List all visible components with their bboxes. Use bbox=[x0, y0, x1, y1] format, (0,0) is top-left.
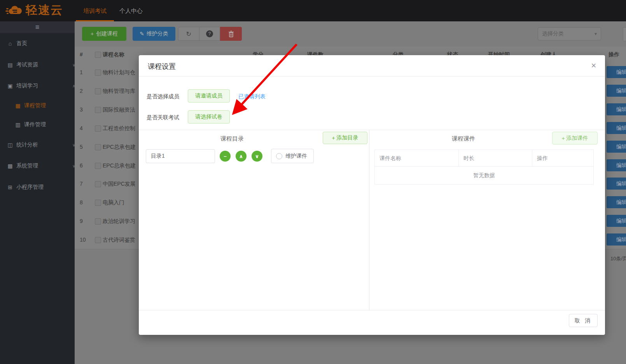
course-name: 古代诗词鉴赏 bbox=[103, 237, 135, 244]
course-name: 物料管理与库 bbox=[103, 88, 135, 95]
course-name: EPC总承包建 bbox=[103, 162, 136, 169]
course-name: 政治轮训学习 bbox=[103, 218, 135, 225]
sidebar-item-label: 首页 bbox=[16, 40, 27, 47]
dialog-title: 课程设置 bbox=[148, 62, 176, 71]
close-icon[interactable]: × bbox=[588, 60, 600, 71]
edit-button[interactable]: 编辑 bbox=[607, 159, 626, 171]
help-icon: ? bbox=[206, 30, 213, 37]
footer-divider bbox=[139, 310, 605, 310]
chevron-up-icon: ∧ bbox=[239, 153, 243, 159]
move-down-button[interactable]: ∨ bbox=[252, 151, 262, 162]
category-select[interactable]: 选择分类 ▾ bbox=[538, 27, 601, 40]
invited-list-link[interactable]: 已邀请列表 bbox=[238, 93, 266, 100]
select-paper-button[interactable]: 请选择试卷 bbox=[188, 110, 230, 124]
sidebar-item-label: 小程序管理 bbox=[16, 184, 44, 191]
row-number: 1 bbox=[80, 69, 83, 75]
col-courseware-name: 课件名称 bbox=[375, 150, 458, 166]
edit-button[interactable]: 编辑 bbox=[607, 66, 626, 78]
course-name: 工程造价控制 bbox=[103, 125, 135, 132]
sidebar-item-5[interactable]: ▥课件管理 bbox=[0, 120, 89, 129]
row-number: 9 bbox=[80, 218, 83, 224]
row-number: 10 bbox=[80, 237, 86, 243]
edit-button[interactable]: 编辑 bbox=[607, 103, 626, 115]
row-checkbox[interactable] bbox=[95, 200, 101, 206]
add-courseware-label: 添加课件 bbox=[567, 135, 588, 142]
create-course-label: 创建课程 bbox=[96, 30, 118, 37]
catalog-name-input[interactable] bbox=[146, 149, 215, 163]
row-checkbox[interactable] bbox=[95, 88, 101, 94]
sidebar-item-4[interactable]: ▦课程管理 bbox=[0, 101, 89, 110]
delete-button[interactable] bbox=[220, 27, 242, 41]
refresh-button[interactable]: ↻ bbox=[178, 27, 199, 40]
invite-members-button[interactable]: 请邀请成员 bbox=[188, 89, 230, 103]
column-header: 课程名称 bbox=[103, 51, 124, 58]
move-up-button[interactable]: ∧ bbox=[236, 151, 247, 162]
row-checkbox[interactable] bbox=[95, 163, 101, 169]
sidebar-item-2[interactable]: ▤考试资源∨ bbox=[0, 60, 82, 70]
page-size-indicator[interactable]: 10条/页 bbox=[610, 255, 626, 262]
create-course-button[interactable]: + 创建课程 bbox=[82, 27, 126, 41]
miniprogram-icon: ⊞ bbox=[7, 184, 13, 190]
courseware-panel-title: 课程课件 bbox=[452, 135, 475, 143]
maintain-category-button[interactable]: ✎ 维护分类 bbox=[133, 27, 175, 41]
column-header: 操作 bbox=[609, 51, 619, 58]
select-all-checkbox[interactable] bbox=[95, 52, 101, 58]
sidebar-item-8[interactable]: ⊞小程序管理 bbox=[0, 183, 82, 192]
trash-icon bbox=[228, 31, 234, 37]
row-checkbox[interactable] bbox=[95, 107, 101, 113]
invite-members-label: 请邀请成员 bbox=[195, 92, 222, 99]
col-duration: 时长 bbox=[458, 150, 532, 166]
radio-icon bbox=[276, 153, 282, 159]
edit-button[interactable]: 编辑 bbox=[607, 233, 626, 246]
sidebar-item-3[interactable]: ▣培训学习∧ bbox=[0, 81, 82, 91]
cancel-button[interactable]: 取 消 bbox=[569, 314, 598, 327]
chevron-icon: ∧ bbox=[72, 84, 75, 89]
sidebar-item-7[interactable]: ▩系统管理∨ bbox=[0, 161, 82, 171]
logo-cloud-icon bbox=[5, 5, 23, 16]
add-catalog-button[interactable]: + 添加目录 bbox=[323, 132, 367, 144]
top-bar: 轻速云 培训考试 个人中心 bbox=[0, 0, 626, 21]
sidebar-item-1[interactable]: ⌂首页 bbox=[0, 39, 82, 48]
chevron-icon: ∨ bbox=[72, 63, 75, 68]
row-checkbox[interactable] bbox=[95, 237, 101, 243]
edit-button[interactable]: 编辑 bbox=[607, 122, 626, 134]
sidebar-collapse-toggle[interactable]: ≡ bbox=[0, 21, 75, 33]
remove-catalog-button[interactable]: − bbox=[220, 151, 231, 162]
courseware-table-header: 课件名称 时长 操作 bbox=[375, 150, 593, 167]
course-name: 电脑入门 bbox=[103, 199, 124, 206]
sidebar-item-label: 课件管理 bbox=[24, 121, 46, 128]
maintain-courseware-label: 维护课件 bbox=[285, 153, 307, 160]
section-divider bbox=[139, 130, 605, 130]
plus-icon: + bbox=[91, 31, 94, 37]
brand-name: 轻速云 bbox=[26, 2, 63, 18]
plus-icon: + bbox=[561, 135, 565, 141]
tab-training-exam-label: 培训考试 bbox=[83, 7, 107, 14]
row-checkbox[interactable] bbox=[95, 125, 101, 132]
clipped-control[interactable] bbox=[623, 27, 626, 41]
statistics-icon: ◫ bbox=[7, 142, 13, 148]
header-divider bbox=[139, 76, 605, 77]
chevron-icon: ∨ bbox=[72, 164, 75, 169]
row-checkbox[interactable] bbox=[95, 70, 101, 76]
maintain-courseware-radio[interactable]: 维护课件 bbox=[271, 149, 314, 163]
course-name: 物料计划与仓 bbox=[103, 69, 135, 76]
edit-button[interactable]: 编辑 bbox=[607, 178, 626, 190]
edit-button[interactable]: 编辑 bbox=[607, 85, 626, 97]
refresh-icon: ↻ bbox=[186, 30, 191, 38]
row-checkbox[interactable] bbox=[95, 144, 101, 150]
sidebar-item-6[interactable]: ◫统计分析∨ bbox=[0, 140, 82, 150]
chevron-down-icon: ∨ bbox=[255, 153, 259, 159]
edit-button[interactable]: 编辑 bbox=[607, 215, 626, 227]
course-settings-dialog: 课程设置 × 是否选择成员 请邀请成员 已邀请列表 是否关联考试 请选择试卷 课… bbox=[139, 55, 605, 335]
course-name: EPC总承包建 bbox=[103, 144, 136, 151]
course-management-icon: ▦ bbox=[15, 103, 21, 109]
help-button[interactable]: ? bbox=[199, 27, 220, 40]
row-checkbox[interactable] bbox=[95, 218, 101, 225]
tab-training-exam[interactable]: 培训考试 bbox=[76, 0, 114, 21]
add-courseware-button[interactable]: + 添加课件 bbox=[552, 132, 598, 145]
edit-button[interactable]: 编辑 bbox=[607, 141, 626, 153]
row-checkbox[interactable] bbox=[95, 181, 101, 187]
tab-personal-center[interactable]: 个人中心 bbox=[114, 0, 148, 21]
edit-button[interactable]: 编辑 bbox=[607, 196, 626, 208]
row-number: 8 bbox=[80, 199, 83, 206]
